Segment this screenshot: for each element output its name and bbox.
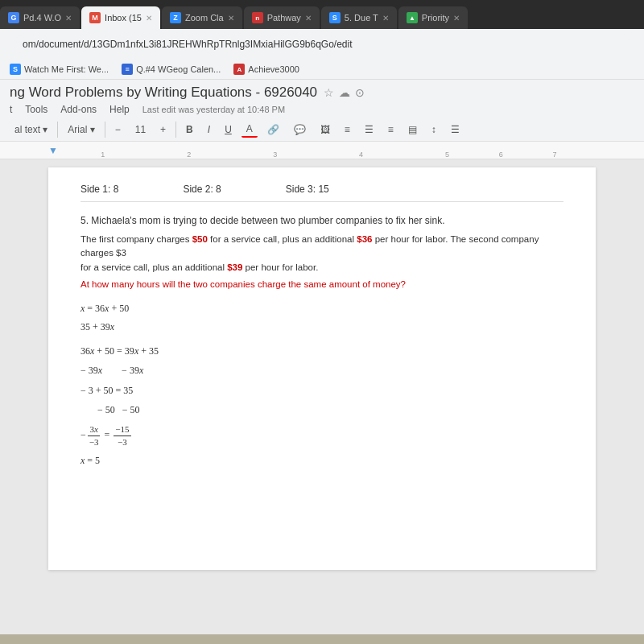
- doc-scroll-area[interactable]: Side 1: 8 Side 2: 8 Side 3: 15 5. Michae…: [0, 159, 644, 634]
- font-size-decrease[interactable]: −: [110, 122, 126, 137]
- list-button[interactable]: ☰: [446, 122, 464, 137]
- tab-pathway[interactable]: n Pathway ✕: [244, 6, 320, 29]
- font-arrow: ▾: [90, 124, 95, 135]
- link-icon[interactable]: ⊙: [355, 86, 365, 99]
- bookmark-achieve[interactable]: A Achieve3000: [230, 62, 303, 76]
- normal-text-arrow: ▾: [43, 124, 47, 135]
- justify-button[interactable]: ▤: [403, 122, 422, 137]
- fraction-left-den: −3: [88, 436, 101, 448]
- tab-priority-icon: ▲: [407, 12, 418, 23]
- menu-addons[interactable]: Add-ons: [60, 102, 97, 117]
- tab-zoom[interactable]: Z Zoom Cla ✕: [162, 6, 242, 29]
- image-button[interactable]: 🖼: [316, 122, 335, 137]
- doc-menu-bar: t Tools Add-ons Help Last edit was yeste…: [0, 101, 644, 118]
- underline-button[interactable]: U: [220, 122, 237, 137]
- line-spacing-button[interactable]: ↕: [427, 122, 441, 137]
- toolbar-sep-2: [105, 122, 105, 138]
- ruler-mark-5: 5: [445, 151, 449, 159]
- tab-priority-close[interactable]: ✕: [453, 14, 460, 23]
- equals-sign: =: [102, 427, 113, 444]
- menu-tools[interactable]: Tools: [25, 102, 47, 117]
- tab-pd4[interactable]: G Pd.4 W.O ✕: [0, 6, 80, 29]
- tab-bar: G Pd.4 W.O ✕ M Inbox (15 ✕ Z Zoom Cla ✕ …: [0, 0, 644, 29]
- star-icon[interactable]: ☆: [324, 86, 334, 99]
- color-button[interactable]: A: [242, 122, 258, 138]
- tab-5due-icon: S: [329, 12, 341, 23]
- address-bar[interactable]: om/document/d/13GDm1nfxL3i81JREHWhRpTRnl…: [13, 35, 631, 53]
- browser-chrome: G Pd.4 W.O ✕ M Inbox (15 ✕ Z Zoom Cla ✕ …: [0, 0, 644, 80]
- math-line-fraction: − 3x −3 = −15 −3: [80, 423, 564, 448]
- problem-detail: The first company charges $50 for a serv…: [80, 233, 564, 275]
- align-right-button[interactable]: ≡: [383, 122, 398, 137]
- bookmark-watchme-icon: S: [10, 64, 21, 75]
- math-line-2: 35 + 39x: [80, 319, 564, 336]
- bold-button[interactable]: B: [181, 122, 198, 137]
- document-area: ng Word Problems by Writing Equations - …: [0, 80, 644, 634]
- bookmark-achieve-label: Achieve3000: [248, 64, 299, 74]
- menu-t[interactable]: t: [10, 102, 12, 117]
- math-line-5: − 3 + 50 = 35: [80, 382, 564, 400]
- tab-pd4-label: Pd.4 W.O: [23, 13, 61, 23]
- address-bar-container: om/document/d/13GDm1nfxL3i81JREHWhRpTRnl…: [0, 29, 644, 60]
- cloud-icon[interactable]: ☁: [339, 86, 350, 99]
- ruler-tab: ▼: [48, 145, 58, 156]
- fraction-right-den: −3: [116, 436, 129, 448]
- tab-pd4-close[interactable]: ✕: [65, 14, 72, 23]
- math-line-1: x = 36x + 50: [80, 300, 564, 318]
- detail-mid1: for a service call, plus an additional: [208, 234, 357, 244]
- ruler-mark-7: 7: [553, 151, 557, 159]
- bookmark-watchme[interactable]: S Watch Me First: We...: [6, 62, 112, 76]
- comment-button[interactable]: 💬: [289, 122, 311, 137]
- tab-5due-label: 5. Due T: [345, 13, 378, 23]
- detail-money3: $39: [227, 262, 242, 272]
- tab-zoom-close[interactable]: ✕: [228, 14, 234, 23]
- document-page: Side 1: 8 Side 2: 8 Side 3: 15 5. Michae…: [48, 167, 596, 570]
- tab-zoom-label: Zoom Cla: [185, 13, 224, 23]
- tab-inbox-label: Inbox (15: [105, 13, 142, 23]
- tab-zoom-icon: Z: [170, 12, 181, 23]
- tab-inbox[interactable]: M Inbox (15 ✕: [81, 6, 160, 29]
- bookmark-q4[interactable]: ≡ Q.#4 WGeog Calen...: [118, 62, 224, 76]
- menu-help[interactable]: Help: [109, 102, 130, 117]
- sides-row: Side 1: 8 Side 2: 8 Side 3: 15: [80, 184, 564, 202]
- ruler-mark-4: 4: [359, 151, 363, 159]
- normal-text-dropdown[interactable]: al text ▾: [10, 122, 52, 137]
- ruler-mark-6: 6: [499, 151, 503, 159]
- problem-area: 5. Michaela's mom is trying to decide be…: [80, 215, 564, 470]
- font-dropdown[interactable]: Arial ▾: [63, 122, 99, 137]
- font-size-value[interactable]: 11: [130, 122, 151, 137]
- bookmark-watchme-label: Watch Me First: We...: [24, 64, 109, 74]
- doc-title-bar: ng Word Problems by Writing Equations - …: [0, 80, 644, 101]
- align-left-button[interactable]: ≡: [340, 122, 355, 137]
- bookmark-q4-label: Q.#4 WGeog Calen...: [136, 64, 221, 74]
- tab-pathway-icon: n: [252, 12, 263, 23]
- toolbar-sep-1: [57, 122, 58, 138]
- tab-5due-close[interactable]: ✕: [382, 14, 389, 23]
- bookmark-achieve-icon: A: [233, 64, 245, 75]
- normal-text-label: al text: [14, 124, 40, 135]
- tab-5due[interactable]: S 5. Due T ✕: [321, 6, 397, 29]
- tab-inbox-icon: M: [89, 12, 101, 23]
- tab-priority[interactable]: ▲ Priority ✕: [398, 6, 468, 29]
- link-button[interactable]: 🔗: [262, 122, 284, 137]
- ruler-mark-1: 1: [101, 151, 105, 159]
- detail-money1: $50: [192, 234, 208, 244]
- tab-priority-label: Priority: [422, 13, 449, 23]
- tab-inbox-close[interactable]: ✕: [146, 14, 152, 23]
- problem-question: At how many hours will the two companies…: [80, 279, 564, 289]
- align-center-button[interactable]: ☰: [360, 122, 378, 137]
- tab-pathway-close[interactable]: ✕: [305, 14, 312, 23]
- italic-button[interactable]: I: [203, 122, 215, 137]
- tab-pathway-label: Pathway: [267, 13, 301, 23]
- font-size-increase[interactable]: +: [155, 122, 171, 137]
- detail-money2: $36: [357, 234, 372, 244]
- doc-title: ng Word Problems by Writing Equations - …: [10, 85, 317, 101]
- detail-prefix: The first company charges: [80, 234, 192, 244]
- fraction-right-num: −15: [114, 423, 130, 436]
- ruler-mark-3: 3: [273, 151, 277, 159]
- fraction-left: 3x −3: [88, 423, 101, 448]
- toolbar-sep-3: [175, 122, 176, 138]
- bookmark-q4-icon: ≡: [122, 64, 133, 75]
- fraction-left-num: 3x: [88, 423, 99, 436]
- problem-description: Michaela's mom is trying to decide betwe…: [91, 215, 444, 226]
